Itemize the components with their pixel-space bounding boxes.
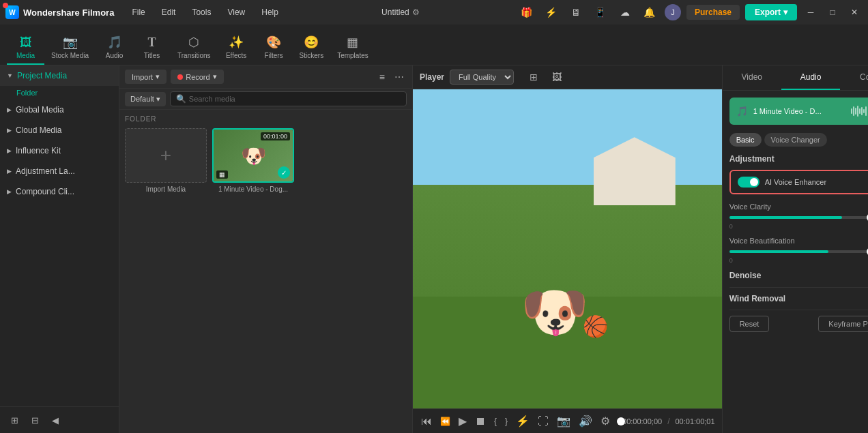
snapshot-button[interactable]: 📷 — [555, 413, 572, 429]
cloud-media-section[interactable]: ▶ Cloud Media — [0, 120, 119, 140]
reset-button[interactable]: Reset — [729, 316, 770, 332]
video-media-item[interactable]: 🐶 00:01:00 ▦ ✓ 1 Minute Video - Dog... — [212, 128, 294, 193]
record-button[interactable]: Record ▾ — [171, 70, 223, 84]
ball-element: 🏀 — [583, 314, 608, 338]
filter-icon[interactable]: ≡ — [377, 70, 388, 84]
folder-header: FOLDER — [125, 115, 407, 123]
compound-clip-label: Compound Cli... — [16, 187, 74, 196]
cloud-media-label: Cloud Media — [16, 125, 61, 135]
influence-kit-section[interactable]: ▶ Influence Kit — [0, 140, 119, 161]
nav-effects[interactable]: ✨ Effects — [218, 31, 255, 65]
bottom-actions: Reset Keyframe Panel — [729, 310, 868, 338]
wind-removal-label: Wind Removal — [729, 294, 786, 303]
voice-clarity-label: Voice Clarity — [729, 203, 868, 211]
nav-audio[interactable]: 🎵 Audio — [96, 31, 133, 65]
grid-view-icon[interactable]: ⊞ — [525, 68, 542, 86]
subtab-basic[interactable]: Basic — [729, 133, 762, 147]
video-scene-bg: 🐶 🏀 — [413, 89, 722, 408]
nav-stickers[interactable]: 😊 Stickers — [293, 31, 331, 65]
transitions-nav-icon: ⬡ — [188, 35, 199, 50]
wind-removal-row: Wind Removal — [729, 287, 868, 310]
import-media-item[interactable]: + Import Media — [125, 128, 207, 193]
menu-file[interactable]: File — [126, 5, 150, 20]
export-button[interactable]: Export ▾ — [745, 4, 797, 20]
voice-clarity-slider[interactable] — [729, 216, 868, 219]
menu-edit[interactable]: Edit — [156, 5, 182, 20]
step-back-button[interactable]: ⏪ — [439, 415, 452, 428]
voice-clarity-min: 0 — [729, 223, 733, 230]
play-button[interactable]: ▶ — [457, 413, 468, 429]
stop-button[interactable]: ⏹ — [474, 414, 487, 429]
menu-tools[interactable]: Tools — [186, 5, 216, 20]
nav-templates[interactable]: ▦ Templates — [330, 31, 375, 65]
nav-audio-label: Audio — [106, 52, 124, 59]
ai-voice-enhancer-toggle[interactable] — [738, 177, 760, 188]
import-button[interactable]: Import ▾ — [125, 70, 167, 84]
import-small-button[interactable]: ⊞ — [5, 411, 23, 429]
collapse-panel-button[interactable]: ◀ — [46, 411, 64, 429]
cloud-icon[interactable]: ☁ — [616, 3, 635, 22]
menu-view[interactable]: View — [222, 5, 250, 20]
audio-button[interactable]: 🔊 — [577, 413, 594, 429]
tab-color[interactable]: Color — [840, 65, 868, 90]
plus-icon: + — [160, 145, 171, 166]
picture-view-icon[interactable]: 🖼 — [548, 68, 566, 86]
voice-beautification-control: Voice Beautification 70 0 100 — [729, 237, 868, 264]
default-sort-button[interactable]: Default ▾ — [125, 92, 166, 106]
fullscreen-button[interactable]: ⛶ — [536, 414, 550, 429]
voice-beautification-slider[interactable] — [729, 250, 868, 253]
voice-clarity-control: Voice Clarity 80 0 100 — [729, 203, 868, 230]
nav-stock-media[interactable]: 📷 Stock Media — [44, 31, 96, 65]
nav-filters[interactable]: 🎨 Filters — [255, 31, 293, 65]
purchase-button[interactable]: Purchase — [686, 5, 740, 20]
voice-beautification-min: 0 — [729, 257, 733, 264]
adjustment-layer-label: Adjustment La... — [16, 166, 75, 176]
project-media-label: Project Media — [17, 71, 67, 80]
maximize-button[interactable]: □ — [824, 4, 841, 20]
influence-kit-label: Influence Kit — [16, 146, 61, 155]
denoise-label: Denoise — [729, 271, 868, 280]
screen-icon[interactable]: 🖥 — [566, 3, 585, 22]
global-media-section[interactable]: ▶ Global Media — [0, 100, 119, 120]
in-point-button[interactable]: { — [493, 415, 498, 428]
nav-transitions[interactable]: ⬡ Transitions — [171, 31, 218, 65]
split-button[interactable]: ⚡ — [515, 413, 531, 429]
minimize-button[interactable]: ─ — [802, 4, 819, 20]
nav-media[interactable]: 🖼 Media — [7, 31, 44, 65]
phone-icon[interactable]: 📱 — [591, 3, 610, 22]
stickers-nav-icon: 😊 — [304, 35, 319, 50]
scrubber-handle[interactable] — [617, 417, 625, 425]
close-button[interactable]: ✕ — [846, 4, 863, 20]
nav-titles[interactable]: T Titles — [133, 31, 171, 65]
project-name: Untitled ⚙ — [381, 8, 420, 17]
more-options-icon[interactable]: ⋯ — [392, 70, 407, 84]
account-icon[interactable]: J — [665, 4, 681, 20]
audio-nav-icon: 🎵 — [107, 35, 122, 50]
nav-stock-label: Stock Media — [51, 52, 89, 59]
quality-select[interactable]: Full Quality — [450, 70, 514, 85]
export-small-button[interactable]: ⊟ — [26, 411, 44, 429]
tab-video[interactable]: Video — [723, 65, 781, 90]
templates-nav-icon: ▦ — [347, 35, 358, 50]
subtab-voice-changer[interactable]: Voice Changer — [764, 133, 827, 147]
keyframe-panel-button[interactable]: Keyframe Panel — [818, 316, 868, 332]
project-media-section[interactable]: ▼ Project Media — [0, 65, 119, 86]
compound-clip-section[interactable]: ▶ Compound Cli... — [0, 181, 119, 202]
folder-item[interactable]: Folder — [0, 86, 119, 100]
search-input[interactable] — [189, 95, 401, 103]
notification-icon[interactable]: 🔔 — [640, 3, 659, 22]
bolt-icon[interactable]: ⚡ — [542, 3, 561, 22]
chevron-icon: ▾ — [156, 72, 160, 81]
out-point-button[interactable]: } — [504, 415, 509, 428]
tab-audio[interactable]: Audio — [781, 65, 840, 90]
total-time: 00:01:00;01 — [676, 417, 715, 425]
settings-button[interactable]: ⚙ — [599, 413, 611, 429]
gift-icon[interactable]: 🎁 — [517, 3, 536, 22]
menu-help[interactable]: Help — [256, 5, 284, 20]
import-media-label: Import Media — [125, 185, 207, 193]
import-placeholder[interactable]: + — [125, 128, 207, 183]
skip-back-button[interactable]: ⏮ — [420, 414, 433, 429]
nav-media-label: Media — [16, 52, 35, 59]
puppy-element: 🐶 — [521, 280, 589, 344]
adjustment-layer-section[interactable]: ▶ Adjustment La... — [0, 161, 119, 181]
